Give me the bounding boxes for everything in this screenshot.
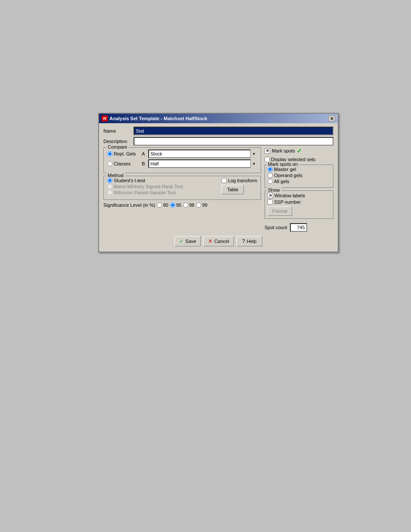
sig-95-label[interactable]: 95 (170, 202, 181, 208)
mark-spots-checkbox[interactable]: ✕ (265, 148, 270, 154)
spot-count-label: Spot count (265, 225, 287, 230)
classes-radio-label[interactable]: Classes (107, 161, 142, 166)
repl-gels-label: Repl. Gels (114, 151, 136, 156)
show-section: Show ✕ Window labels SSP number Format (265, 190, 333, 219)
name-label: Name (103, 128, 134, 134)
mann-whitney-radio[interactable] (107, 184, 112, 189)
log-transform-checkbox[interactable] (221, 178, 227, 183)
format-button[interactable]: Format (268, 206, 292, 216)
compare-legend: Compare (106, 144, 128, 149)
method-right: Log transform Table (221, 178, 257, 196)
main-content: Compare Repl. Gels A Stock ▼ (103, 147, 333, 232)
mark-spots-green-check: ✓ (297, 147, 302, 154)
help-label: Help (247, 239, 257, 244)
right-panel: ✕ Mark spots ✓ Display selected sets Mar… (265, 147, 333, 232)
b-label: B (142, 161, 148, 166)
sig-99-radio[interactable] (196, 202, 201, 208)
students-ttest-radio[interactable] (107, 178, 112, 183)
mark-spots-on-section: Mark spots on Master gel Operand gels Al… (265, 165, 333, 188)
show-legend: Show (267, 187, 281, 193)
left-panel: Compare Repl. Gels A Stock ▼ (103, 147, 261, 232)
master-gel-label[interactable]: Master gel (268, 167, 330, 172)
button-row: ✓ Save ✕ Cancel ? Help (103, 236, 333, 248)
mark-spots-label: Mark spots (272, 148, 295, 153)
ssp-number-text: SSP number (274, 199, 301, 205)
sig-90-label[interactable]: 90 (157, 202, 168, 208)
name-input[interactable] (134, 127, 333, 135)
ssp-number-label[interactable]: SSP number (268, 199, 330, 205)
cancel-label: Cancel (214, 239, 229, 244)
log-transform-text: Log transform (228, 178, 257, 183)
a-dropdown[interactable]: Stock (148, 149, 257, 158)
dialog-title: Analysis Set Template - Matchset HalfSto… (109, 116, 207, 121)
students-ttest-label[interactable]: Student's t-test (107, 178, 218, 183)
mann-whitney-label[interactable]: Mann-Whitney Signed-Rank Test (107, 184, 218, 189)
mark-spots-on-legend: Mark spots on (267, 162, 299, 167)
repl-gels-radio-label[interactable]: Repl. Gels (107, 151, 142, 156)
a-label: A (142, 151, 148, 156)
operand-gels-radio[interactable] (268, 173, 273, 178)
compare-section: Compare Repl. Gels A Stock ▼ (103, 147, 261, 173)
ssp-number-checkbox[interactable] (268, 199, 273, 205)
description-input[interactable] (134, 137, 333, 146)
wilcoxon-label[interactable]: Wilcoxon Paired-Sample Test (107, 190, 218, 195)
help-icon: ? (242, 238, 245, 244)
cancel-icon: ✕ (208, 238, 212, 244)
cancel-button[interactable]: ✕ Cancel (203, 236, 234, 246)
master-gel-text: Master gel (274, 167, 296, 172)
a-dropdown-wrapper: Stock ▼ (148, 149, 257, 158)
mann-whitney-text: Mann-Whitney Signed-Rank Test (114, 184, 183, 189)
save-button[interactable]: ✓ Save (174, 236, 201, 246)
operand-gels-text: Operand gels (274, 173, 302, 178)
description-row: Description (103, 137, 333, 146)
sig-95-radio[interactable] (170, 202, 175, 208)
analysis-set-template-dialog: W Analysis Set Template - Matchset HalfS… (98, 113, 339, 252)
window-labels-checkbox[interactable]: ✕ (268, 193, 273, 198)
students-ttest-text: Student's t-test (114, 178, 145, 183)
window-labels-text: Window labels (274, 193, 305, 198)
operand-gels-label[interactable]: Operand gels (268, 173, 330, 178)
classes-label: Classes (114, 161, 131, 166)
dialog-body: Name Description Compare Repl. Gels (99, 123, 338, 252)
method-left: Student's t-test Mann-Whitney Signed-Ran… (107, 178, 218, 196)
b-dropdown[interactable]: Half (148, 159, 257, 168)
help-button[interactable]: ? Help (237, 236, 262, 246)
method-content: Student's t-test Mann-Whitney Signed-Ran… (107, 178, 257, 196)
sig-98-label[interactable]: 98 (183, 202, 194, 208)
wilcoxon-text: Wilcoxon Paired-Sample Test (114, 190, 175, 195)
description-label: Description (103, 139, 134, 144)
sig-90-radio[interactable] (157, 202, 162, 208)
sig-99-label[interactable]: 99 (196, 202, 207, 208)
name-row: Name (103, 127, 333, 135)
compare-repl-row: Repl. Gels A Stock ▼ (107, 149, 257, 158)
master-gel-radio[interactable] (268, 167, 273, 172)
close-button[interactable]: ✕ (328, 115, 335, 121)
title-bar-left: W Analysis Set Template - Matchset HalfS… (102, 115, 207, 121)
title-bar: W Analysis Set Template - Matchset HalfS… (99, 114, 338, 123)
wilcoxon-radio[interactable] (107, 190, 112, 195)
b-dropdown-wrapper: Half ▼ (148, 159, 257, 168)
repl-gels-radio[interactable] (107, 151, 112, 156)
all-gels-label[interactable]: All gels (268, 179, 330, 184)
method-section: Method Student's t-test Mann-Whitney Sig… (103, 176, 261, 200)
significance-label: Significance Level (in %) (103, 202, 155, 208)
table-button[interactable]: Table (221, 185, 244, 194)
spot-count-input[interactable] (290, 223, 307, 232)
app-icon: W (102, 115, 108, 121)
significance-row: Significance Level (in %) 90 95 98 (103, 202, 261, 208)
save-icon: ✓ (179, 238, 184, 244)
log-transform-label[interactable]: Log transform (221, 178, 257, 183)
method-legend: Method (106, 173, 125, 178)
window-labels-label[interactable]: ✕ Window labels (268, 193, 330, 198)
mark-spots-row: ✕ Mark spots ✓ (265, 147, 333, 154)
save-label: Save (185, 239, 196, 244)
all-gels-radio[interactable] (268, 179, 273, 184)
all-gels-text: All gels (274, 179, 289, 184)
sig-98-radio[interactable] (183, 202, 188, 208)
spot-count-row: Spot count (265, 223, 333, 232)
compare-classes-row: Classes B Half ▼ (107, 159, 257, 168)
classes-radio[interactable] (107, 161, 112, 166)
